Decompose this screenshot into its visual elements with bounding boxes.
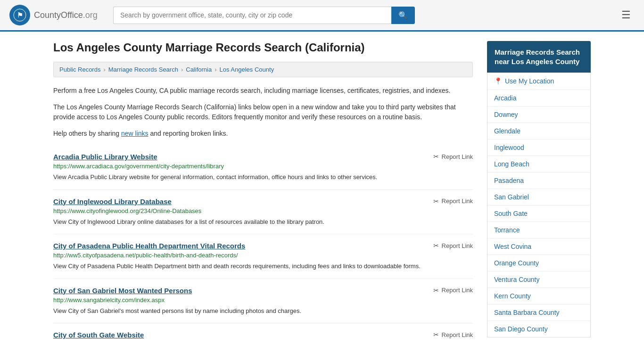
- hamburger-icon: ☰: [621, 9, 631, 21]
- sidebar-item-san-diego-county[interactable]: San Diego County: [487, 321, 590, 337]
- result-title[interactable]: City of Inglewood Library Database: [53, 197, 172, 206]
- breadcrumb-marriage-records-search[interactable]: Marriage Records Search: [108, 66, 178, 73]
- sidebar-item-arcadia[interactable]: Arcadia: [487, 90, 590, 107]
- result-title[interactable]: Arcadia Public Library Website: [53, 153, 157, 161]
- result-item: City of San Gabriel Most Wanted Persons …: [53, 279, 473, 324]
- result-item: City of South Gate Website ✂ Report Link: [53, 323, 473, 348]
- result-desc: View City of Pasadena Public Health Depa…: [53, 262, 473, 271]
- new-links-link[interactable]: new links: [121, 130, 149, 137]
- pin-icon: 📍: [494, 77, 502, 85]
- result-header: City of South Gate Website ✂ Report Link: [53, 331, 473, 339]
- sidebar-item-downey[interactable]: Downey: [487, 107, 590, 123]
- result-item: City of Inglewood Library Database ✂ Rep…: [53, 190, 473, 235]
- result-desc: View Arcadia Public Library website for …: [53, 173, 473, 182]
- desc3-post: and reporting broken links.: [149, 130, 228, 137]
- report-label: Report Link: [442, 331, 473, 338]
- breadcrumb-sep-1: ›: [103, 66, 105, 73]
- sidebar-item-ventura-county[interactable]: Ventura County: [487, 272, 590, 288]
- result-title[interactable]: City of San Gabriel Most Wanted Persons: [53, 287, 192, 295]
- site-logo[interactable]: ⚑ CountyOffice.org: [9, 5, 104, 25]
- sidebar-link-kern-county[interactable]: Kern County: [494, 292, 531, 300]
- breadcrumb-public-records[interactable]: Public Records: [59, 66, 100, 73]
- search-bar: 🔍: [113, 7, 415, 24]
- breadcrumb-los-angeles-county[interactable]: Los Angeles County: [220, 66, 274, 73]
- result-header: Arcadia Public Library Website ✂ Report …: [53, 153, 473, 161]
- sidebar-link-pasadena[interactable]: Pasadena: [494, 177, 524, 184]
- result-url: https://www.arcadiaca.gov/government/cit…: [53, 163, 473, 170]
- report-link-button[interactable]: ✂ Report Link: [433, 197, 473, 205]
- svg-text:⚑: ⚑: [17, 11, 23, 19]
- content-area: Los Angeles County Marriage Records Sear…: [53, 41, 473, 348]
- result-url: http://ww5.cityofpasadena.net/public-hea…: [53, 252, 473, 259]
- sidebar-title: Marriage Records Search near Los Angeles…: [495, 48, 583, 66]
- sidebar-link-san-diego-county[interactable]: San Diego County: [494, 325, 548, 333]
- report-link-button[interactable]: ✂ Report Link: [433, 153, 473, 160]
- scissors-icon: ✂: [433, 287, 439, 294]
- sidebar-link-ventura-county[interactable]: Ventura County: [494, 276, 540, 283]
- scissors-icon: ✂: [433, 153, 439, 160]
- result-desc: View City of San Gabriel's most wanted p…: [53, 306, 473, 316]
- description-3: Help others by sharing new links and rep…: [53, 129, 473, 139]
- sidebar-link-west-covina[interactable]: West Covina: [494, 243, 531, 250]
- sidebar-item-inglewood[interactable]: Inglewood: [487, 140, 590, 156]
- sidebar-item-santa-barbara-county[interactable]: Santa Barbara County: [487, 304, 590, 321]
- sidebar-item-san-gabriel[interactable]: San Gabriel: [487, 189, 590, 206]
- sidebar-link-long-beach[interactable]: Long Beach: [494, 160, 529, 168]
- breadcrumb-sep-2: ›: [181, 66, 183, 73]
- description-1: Perform a free Los Angeles County, CA pu…: [53, 86, 473, 96]
- scissors-icon: ✂: [433, 331, 439, 338]
- sidebar-link-arcadia[interactable]: Arcadia: [494, 94, 516, 102]
- results-list: Arcadia Public Library Website ✂ Report …: [53, 145, 473, 348]
- sidebar-link-torrance[interactable]: Torrance: [494, 226, 520, 234]
- result-url: https://www.cityofinglewood.org/234/Onli…: [53, 207, 473, 214]
- search-icon: 🔍: [398, 11, 408, 19]
- sidebar-link-orange-county[interactable]: Orange County: [494, 259, 539, 267]
- result-desc: View City of Inglewood Library online da…: [53, 217, 473, 227]
- report-label: Report Link: [442, 197, 473, 205]
- result-url: http://www.sangabrielcity.com/index.aspx: [53, 296, 473, 304]
- result-header: City of Inglewood Library Database ✂ Rep…: [53, 197, 473, 206]
- sidebar-link-inglewood[interactable]: Inglewood: [494, 144, 524, 151]
- report-label: Report Link: [442, 242, 473, 249]
- logo-name: CountyOffice: [34, 10, 83, 20]
- sidebar-link-south-gate[interactable]: South Gate: [494, 210, 528, 217]
- logo-suffix: .org: [83, 10, 98, 20]
- sidebar-item-long-beach[interactable]: Long Beach: [487, 156, 590, 173]
- result-title[interactable]: City of South Gate Website: [53, 331, 144, 339]
- scissors-icon: ✂: [433, 242, 439, 249]
- sidebar-link-downey[interactable]: Downey: [494, 111, 518, 118]
- report-label: Report Link: [442, 287, 473, 294]
- result-item: City of Pasadena Public Health Departmen…: [53, 234, 473, 279]
- report-link-button[interactable]: ✂ Report Link: [433, 287, 473, 294]
- search-button[interactable]: 🔍: [391, 7, 415, 24]
- scissors-icon: ✂: [433, 197, 439, 205]
- breadcrumb-california[interactable]: California: [186, 66, 212, 73]
- breadcrumb: Public Records › Marriage Records Search…: [53, 62, 473, 77]
- result-header: City of San Gabriel Most Wanted Persons …: [53, 287, 473, 295]
- sidebar-item-west-covina[interactable]: West Covina: [487, 239, 590, 255]
- sidebar: Marriage Records Search near Los Angeles…: [487, 41, 591, 348]
- report-link-button[interactable]: ✂ Report Link: [433, 242, 473, 249]
- sidebar-content: 📍 Use My Location Arcadia Downey Glendal…: [487, 73, 591, 337]
- result-title[interactable]: City of Pasadena Public Health Departmen…: [53, 242, 245, 250]
- report-link-button[interactable]: ✂ Report Link: [433, 331, 473, 338]
- search-input[interactable]: [113, 7, 391, 24]
- hamburger-button[interactable]: ☰: [618, 7, 635, 23]
- desc3-pre: Help others by sharing: [53, 130, 121, 137]
- use-my-location-link[interactable]: Use My Location: [505, 77, 554, 85]
- description-2: The Los Angeles County Marriage Records …: [53, 102, 473, 122]
- sidebar-item-torrance[interactable]: Torrance: [487, 222, 590, 239]
- sidebar-item-glendale[interactable]: Glendale: [487, 123, 590, 140]
- sidebar-item-south-gate[interactable]: South Gate: [487, 206, 590, 222]
- breadcrumb-sep-3: ›: [215, 66, 216, 73]
- sidebar-item-kern-county[interactable]: Kern County: [487, 288, 590, 304]
- sidebar-header: Marriage Records Search near Los Angeles…: [487, 41, 591, 73]
- sidebar-item-orange-county[interactable]: Orange County: [487, 255, 590, 272]
- sidebar-link-san-gabriel[interactable]: San Gabriel: [494, 193, 529, 201]
- sidebar-use-location[interactable]: 📍 Use My Location: [487, 73, 590, 90]
- result-header: City of Pasadena Public Health Departmen…: [53, 242, 473, 250]
- sidebar-item-pasadena[interactable]: Pasadena: [487, 173, 590, 189]
- sidebar-link-santa-barbara-county[interactable]: Santa Barbara County: [494, 309, 560, 316]
- sidebar-link-glendale[interactable]: Glendale: [494, 127, 520, 135]
- main-container: Los Angeles County Marriage Records Sear…: [39, 32, 605, 358]
